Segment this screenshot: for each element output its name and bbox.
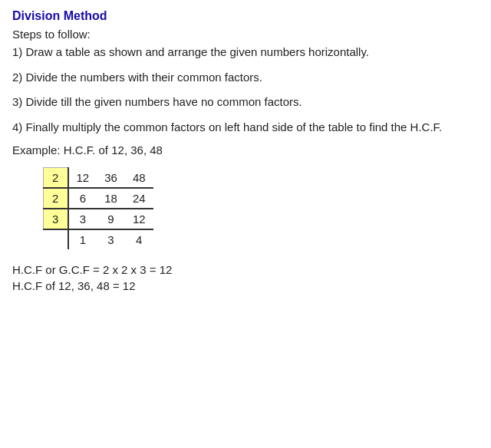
step-2: 2) Divide the numbers with their common … xyxy=(12,69,479,87)
val-r4-c1: 1 xyxy=(68,229,97,249)
step-3: 3) Divide till the given numbers have no… xyxy=(12,94,479,111)
result-line-2: H.C.F of 12, 36, 48 = 12 xyxy=(12,279,479,292)
factor-cell-3: 3 xyxy=(44,209,68,229)
val-r3-c1: 3 xyxy=(68,209,97,229)
val-r2-c1: 6 xyxy=(68,188,97,209)
val-r1-c3: 48 xyxy=(125,168,153,189)
result-section: H.C.F or G.C.F = 2 x 2 x 3 = 12 H.C.F of… xyxy=(12,263,479,292)
val-r1-c2: 36 xyxy=(97,168,125,189)
val-r2-c3: 24 xyxy=(125,188,153,209)
example-label: Example: H.C.F. of 12, 36, 48 xyxy=(12,143,479,156)
table-row: 3 3 9 12 xyxy=(44,209,153,229)
factor-cell-2: 2 xyxy=(44,188,68,209)
factor-cell-4 xyxy=(44,229,68,249)
val-r4-c3: 4 xyxy=(125,229,153,249)
table-row: 1 3 4 xyxy=(44,229,153,249)
val-r2-c2: 18 xyxy=(97,188,125,209)
step-1: 1) Draw a table as shown and arrange the… xyxy=(12,44,479,61)
factor-cell-1: 2 xyxy=(44,168,68,189)
steps-label: Steps to follow: xyxy=(12,28,479,41)
val-r1-c1: 12 xyxy=(68,168,97,189)
result-line-1: H.C.F or G.C.F = 2 x 2 x 3 = 12 xyxy=(12,263,479,276)
step-4: 4) Finally multiply the common factors o… xyxy=(12,119,479,137)
table-row: 2 6 18 24 xyxy=(44,188,153,209)
val-r4-c2: 3 xyxy=(97,229,125,249)
table-row: 2 12 36 48 xyxy=(44,168,153,189)
division-table-wrap: 2 12 36 48 2 6 18 24 3 3 9 12 1 xyxy=(43,167,479,249)
val-r3-c2: 9 xyxy=(97,209,125,229)
val-r3-c3: 12 xyxy=(125,209,153,229)
title: Division Method xyxy=(12,9,479,23)
division-table: 2 12 36 48 2 6 18 24 3 3 9 12 1 xyxy=(43,167,153,249)
